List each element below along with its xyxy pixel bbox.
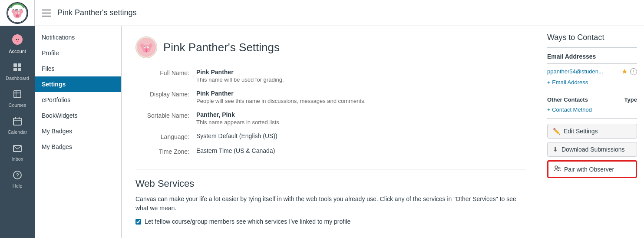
svg-point-40 bbox=[149, 43, 152, 48]
calendar-nav-label: Calendar bbox=[8, 129, 27, 135]
avatar bbox=[135, 36, 157, 58]
warning-icon[interactable]: ! bbox=[630, 68, 637, 75]
sidebar-item-mybadges-1[interactable]: My Badges bbox=[35, 123, 121, 139]
web-services-heading: Web Services bbox=[135, 169, 526, 189]
email-row: ppanther54@studen... ★ ! bbox=[547, 67, 637, 76]
svg-text:?: ? bbox=[16, 172, 19, 178]
sidebar-item-account[interactable]: Account bbox=[0, 30, 35, 58]
sortablename-value: Panther, Pink This name appears in sorte… bbox=[196, 111, 526, 126]
calendar-icon bbox=[13, 116, 22, 128]
sidebar-item-bookwidgets[interactable]: BookWidgets bbox=[35, 108, 121, 123]
other-contacts-label: Other Contacts bbox=[547, 96, 588, 103]
svg-point-16 bbox=[14, 37, 17, 40]
sidebar-item-eportfolios[interactable]: ePortfolios bbox=[35, 92, 121, 108]
profile-info-table: Full Name: Pink Panther This name will b… bbox=[135, 69, 526, 155]
settings-sidebar: Notifications Profile Files Settings ePo… bbox=[35, 26, 122, 238]
svg-point-9 bbox=[20, 9, 23, 13]
sidebar-item-profile[interactable]: Profile bbox=[35, 45, 121, 61]
fullname-row: Full Name: Pink Panther This name will b… bbox=[135, 69, 526, 83]
sidebar-item-inbox[interactable]: Inbox bbox=[0, 139, 35, 166]
add-contact-method-link[interactable]: + Contact Method bbox=[547, 106, 637, 113]
edit-icon: ✏️ bbox=[553, 128, 560, 135]
inbox-icon bbox=[13, 143, 22, 155]
sidebar-item-files[interactable]: Files bbox=[35, 61, 121, 76]
help-icon: ? bbox=[13, 170, 22, 182]
displayname-row: Display Name: Pink Panther People will s… bbox=[135, 90, 526, 104]
left-navigation: Account Dashboard bbox=[0, 26, 35, 238]
svg-point-37 bbox=[148, 46, 149, 47]
email-actions: ★ ! bbox=[621, 67, 637, 76]
header-title: Pink Panther's settings bbox=[57, 8, 137, 17]
type-column-label: Type bbox=[624, 96, 637, 103]
svg-rect-22 bbox=[14, 91, 21, 98]
svg-rect-29 bbox=[13, 145, 21, 152]
svg-rect-21 bbox=[18, 68, 21, 71]
account-nav-label: Account bbox=[9, 49, 26, 54]
right-panel: Ways to Contact Email Addresses ppanther… bbox=[540, 26, 644, 238]
svg-point-17 bbox=[19, 37, 21, 40]
services-checkbox-label: Let fellow course/group members see whic… bbox=[145, 218, 350, 225]
download-submissions-button[interactable]: ⬇ Download Submissions bbox=[547, 142, 637, 157]
star-icon[interactable]: ★ bbox=[621, 67, 627, 76]
svg-point-5 bbox=[15, 13, 16, 13]
svg-rect-25 bbox=[13, 118, 21, 125]
account-icon bbox=[12, 34, 23, 47]
logo-area: P|D|Y bbox=[0, 0, 35, 26]
edit-settings-button[interactable]: ✏️ Edit Settings bbox=[547, 124, 637, 139]
svg-rect-18 bbox=[13, 63, 17, 67]
main-content: Pink Panther's Settings Full Name: Pink … bbox=[122, 26, 540, 238]
timezone-row: Time Zone: Eastern Time (US & Canada) bbox=[135, 147, 526, 155]
sidebar-item-courses[interactable]: Courses bbox=[0, 85, 35, 112]
svg-point-10 bbox=[17, 14, 18, 15]
ways-to-contact-title: Ways to Contact bbox=[547, 33, 637, 42]
services-checkbox-row: Let fellow course/group members see whic… bbox=[135, 218, 526, 225]
services-checkbox[interactable] bbox=[135, 219, 141, 225]
sidebar-item-mybadges-2[interactable]: My Badges bbox=[35, 139, 121, 155]
sidebar-item-calendar[interactable]: Calendar bbox=[0, 112, 35, 139]
svg-point-42 bbox=[555, 166, 558, 169]
download-icon: ⬇ bbox=[553, 146, 558, 153]
svg-point-41 bbox=[145, 49, 147, 50]
sortablename-row: Sortable Name: Panther, Pink This name a… bbox=[135, 111, 526, 126]
dashboard-nav-label: Dashboard bbox=[6, 76, 29, 81]
timezone-label: Time Zone: bbox=[135, 147, 196, 155]
sidebar-item-dashboard[interactable]: Dashboard bbox=[0, 58, 35, 85]
svg-point-6 bbox=[18, 13, 19, 13]
svg-point-36 bbox=[144, 46, 145, 47]
svg-point-15 bbox=[17, 41, 18, 42]
observer-icon bbox=[554, 165, 561, 173]
language-label: Language: bbox=[135, 132, 196, 140]
pair-with-observer-button[interactable]: Pair with Observer bbox=[547, 160, 637, 178]
svg-point-43 bbox=[558, 167, 560, 169]
sortablename-label: Sortable Name: bbox=[135, 111, 196, 126]
dashboard-icon bbox=[13, 63, 22, 74]
sidebar-item-settings[interactable]: Settings bbox=[35, 76, 121, 92]
sidebar-item-help[interactable]: ? Help bbox=[0, 166, 35, 193]
other-contacts-header: Other Contacts Type bbox=[547, 96, 637, 103]
inbox-nav-label: Inbox bbox=[12, 156, 23, 162]
displayname-label: Display Name: bbox=[135, 90, 196, 104]
svg-rect-19 bbox=[18, 63, 21, 67]
web-services-desc: Canvas can make your life a lot easier b… bbox=[135, 195, 526, 213]
add-email-link[interactable]: + Email Address bbox=[547, 79, 637, 86]
fullname-value: Pink Panther This name will be used for … bbox=[196, 69, 526, 83]
timezone-value: Eastern Time (US & Canada) bbox=[196, 147, 526, 155]
email-section-title: Email Addresses bbox=[547, 53, 637, 64]
sidebar-item-notifications[interactable]: Notifications bbox=[35, 30, 121, 45]
svg-point-39 bbox=[140, 43, 144, 48]
logo: P|D|Y bbox=[7, 2, 28, 24]
language-value: System Default (English (US)) bbox=[196, 132, 526, 140]
courses-nav-label: Courses bbox=[9, 102, 26, 108]
hamburger-menu-button[interactable] bbox=[42, 10, 51, 17]
help-nav-label: Help bbox=[13, 183, 23, 188]
page-title: Pink Panther's Settings bbox=[163, 41, 280, 54]
language-row: Language: System Default (English (US)) bbox=[135, 132, 526, 140]
fullname-label: Full Name: bbox=[135, 69, 196, 83]
courses-icon bbox=[13, 89, 22, 101]
profile-header: Pink Panther's Settings bbox=[135, 36, 526, 58]
svg-rect-20 bbox=[13, 68, 17, 71]
svg-point-8 bbox=[11, 9, 15, 13]
email-address-link[interactable]: ppanther54@studen... bbox=[547, 68, 603, 75]
displayname-value: Pink Panther People will see this name i… bbox=[196, 90, 526, 104]
